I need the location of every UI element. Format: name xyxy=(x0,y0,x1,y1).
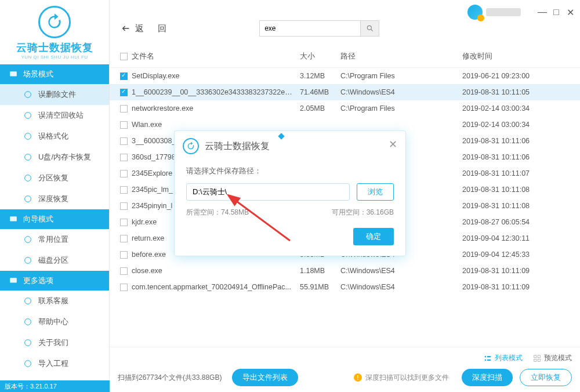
table-row[interactable]: networkrestore.exe2.05MBC:\Program Files… xyxy=(110,100,580,117)
row-checkbox[interactable] xyxy=(120,72,128,80)
cell-path: C:\Windows\ES4 xyxy=(340,88,462,96)
sidebar-item[interactable]: 导入工程 xyxy=(0,353,109,374)
row-checkbox[interactable] xyxy=(120,219,128,226)
nav-item-label: 联系客服 xyxy=(38,296,68,306)
row-checkbox[interactable] xyxy=(120,186,128,194)
header-time[interactable]: 修改时间 xyxy=(462,51,574,61)
save-path-dialog: 云骑士数据恢复 ✕ 请选择文件保存路径： 浏览 所需空间：74.58MB 可用空… xyxy=(174,130,406,256)
cell-time: 2019-08-31 10:11:06 xyxy=(462,153,574,161)
svg-rect-7 xyxy=(10,216,17,221)
nav-item-label: 误删除文件 xyxy=(38,89,76,100)
recover-button[interactable]: 立即恢复 xyxy=(520,369,572,386)
nav-item-label: 误格式化 xyxy=(38,131,68,141)
browse-button[interactable]: 浏览 xyxy=(357,183,394,201)
table-row[interactable]: SetDisplay.exe3.12MBC:\Program Files2019… xyxy=(110,68,580,84)
row-checkbox[interactable] xyxy=(120,121,128,129)
row-checkbox[interactable] xyxy=(120,284,128,291)
svg-point-11 xyxy=(25,298,31,304)
arrow-left-icon xyxy=(121,24,130,33)
cell-path: C:\Windows\ES4 xyxy=(340,283,462,291)
search-box xyxy=(259,20,379,37)
version-bar: 版本号：3.21.0.17 xyxy=(0,380,110,392)
search-input[interactable] xyxy=(259,20,361,37)
svg-point-5 xyxy=(25,175,31,182)
svg-point-15 xyxy=(367,26,371,30)
table-row[interactable]: close.exe1.18MBC:\Windows\ES42019-08-31 … xyxy=(110,263,580,279)
cell-time: 2019-09-04 12:45:33 xyxy=(462,251,574,259)
sidebar-item[interactable]: 误删除文件 xyxy=(0,84,109,105)
row-checkbox[interactable] xyxy=(120,154,128,161)
svg-point-4 xyxy=(25,154,31,161)
search-button[interactable] xyxy=(361,20,379,37)
header-path[interactable]: 路径 xyxy=(340,51,462,61)
cell-path: C:\Program Files xyxy=(340,104,462,112)
preview-mode-label: 预览模式 xyxy=(544,353,572,363)
preview-mode-button[interactable]: 预览模式 xyxy=(533,353,572,363)
nav-section-header: 向导模式 xyxy=(0,209,109,229)
cell-time: 2019-08-27 06:05:54 xyxy=(462,218,574,226)
deep-scan-button[interactable]: 深度扫描 xyxy=(462,369,513,386)
cell-time: 2019-02-14 03:00:34 xyxy=(462,104,574,112)
table-row[interactable]: 1__6000239__00__3336302e3433383237322e63… xyxy=(110,84,580,100)
row-checkbox[interactable] xyxy=(120,235,128,242)
sidebar: 云骑士数据恢复 YUN QI SHI SHU JU HUI FU 场景模式误删除… xyxy=(0,0,110,380)
nav-item-label: 帮助中心 xyxy=(38,317,68,327)
nav-item-icon xyxy=(23,194,32,204)
sidebar-item[interactable]: 关于我们 xyxy=(0,332,109,353)
sidebar-item[interactable]: 误格式化 xyxy=(0,126,109,147)
logo-icon xyxy=(38,6,71,38)
row-checkbox[interactable] xyxy=(120,105,128,112)
svg-point-1 xyxy=(25,92,31,98)
cell-time: 2019-08-31 10:11:06 xyxy=(462,137,574,145)
cell-filename: com.tencent.appmarket_700204914_OfflineP… xyxy=(132,283,300,291)
dialog-header: 云骑士数据恢复 ✕ xyxy=(175,131,405,161)
save-path-input[interactable] xyxy=(186,183,350,201)
sidebar-item[interactable]: 常用位置 xyxy=(0,229,109,250)
row-checkbox[interactable] xyxy=(120,170,128,177)
sidebar-item[interactable]: 误清空回收站 xyxy=(0,105,109,126)
row-checkbox[interactable] xyxy=(120,251,128,259)
nav-item-label: 磁盘分区 xyxy=(38,255,68,266)
back-button[interactable]: 返 回 xyxy=(121,23,172,34)
dialog-close-button[interactable]: ✕ xyxy=(389,138,397,151)
sidebar-item[interactable]: 磁盘分区 xyxy=(0,250,109,271)
cell-filename: close.exe xyxy=(132,267,300,275)
sidebar-item[interactable]: 帮助中心 xyxy=(0,311,109,332)
required-space: 所需空间：74.58MB xyxy=(186,208,249,217)
sidebar-item[interactable]: 深度恢复 xyxy=(0,188,109,209)
svg-rect-20 xyxy=(534,355,536,357)
list-mode-label: 列表模式 xyxy=(495,353,523,363)
row-checkbox[interactable] xyxy=(120,202,128,210)
nav-item-icon xyxy=(23,153,32,162)
nav-item-label: 关于我们 xyxy=(38,337,68,348)
cell-time: 2019-08-31 10:11:09 xyxy=(462,283,574,291)
svg-rect-17 xyxy=(485,359,486,360)
available-space: 可用空间：36.16GB xyxy=(332,208,394,217)
table-row[interactable]: com.tencent.appmarket_700204914_OfflineP… xyxy=(110,279,580,295)
nav-item-icon xyxy=(23,296,32,306)
nav-item-icon xyxy=(23,359,32,368)
row-checkbox[interactable] xyxy=(120,89,128,96)
nav-item-icon xyxy=(23,111,32,120)
cell-size: 2.05MB xyxy=(300,104,340,112)
svg-point-14 xyxy=(25,361,31,367)
sidebar-item[interactable]: U盘/内存卡恢复 xyxy=(0,147,109,168)
nav-section-header: 场景模式 xyxy=(0,64,109,84)
header-size[interactable]: 大小 xyxy=(300,51,340,61)
row-checkbox[interactable] xyxy=(120,267,128,275)
sidebar-item[interactable]: 分区恢复 xyxy=(0,168,109,188)
cell-filename: networkrestore.exe xyxy=(132,104,300,112)
row-checkbox[interactable] xyxy=(120,137,128,145)
sidebar-item[interactable]: 联系客服 xyxy=(0,291,109,311)
dialog-logo-icon xyxy=(183,138,199,154)
header-filename[interactable]: 文件名 xyxy=(132,51,300,61)
grid-icon xyxy=(533,354,541,362)
cell-time: 2019-02-14 03:00:34 xyxy=(462,121,574,129)
export-list-button[interactable]: 导出文件列表 xyxy=(232,369,298,386)
svg-point-6 xyxy=(25,196,31,202)
section-icon xyxy=(8,70,19,78)
search-icon xyxy=(366,24,374,32)
list-mode-button[interactable]: 列表模式 xyxy=(484,353,523,363)
confirm-button[interactable]: 确定 xyxy=(353,228,394,245)
select-all-checkbox[interactable] xyxy=(120,53,128,60)
